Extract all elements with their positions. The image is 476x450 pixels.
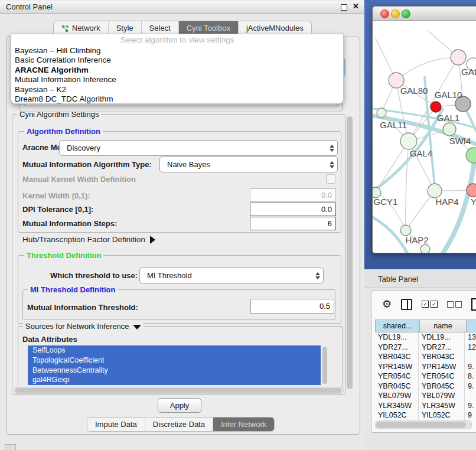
network-node-gal11[interactable] bbox=[377, 108, 386, 118]
corner-widget[interactable] bbox=[5, 444, 16, 450]
table-cell: YDR27... bbox=[375, 343, 419, 353]
node-label: Y bbox=[471, 197, 476, 207]
algorithm-option[interactable]: Bayesian – Hill Climbing bbox=[11, 46, 343, 56]
algorithm-dropdown-popup: Select algorithm to view settings Bayesi… bbox=[11, 34, 344, 104]
zoom-traffic-light-icon[interactable] bbox=[402, 9, 410, 18]
node-label: GAL1 bbox=[437, 113, 459, 123]
table-horizontal-scrollbar[interactable] bbox=[375, 420, 472, 429]
apply-button[interactable]: Apply bbox=[158, 398, 201, 413]
data-attributes-label: Data Attributes bbox=[22, 335, 77, 344]
which-threshold-select[interactable]: MI Threshold bbox=[139, 268, 324, 283]
node-label: GAL bbox=[461, 67, 476, 77]
table-row[interactable]: YBR045CYBR045C9. bbox=[375, 381, 476, 392]
sources-toggle[interactable]: Sources for Network Inference bbox=[23, 322, 144, 331]
table-row[interactable]: YLR345WYLR345W9. bbox=[375, 401, 476, 411]
table-row[interactable]: YPR145WYPR145W9. bbox=[375, 362, 476, 372]
tab-cyni-toolbox[interactable]: Cyni Toolbox bbox=[179, 21, 239, 35]
close-traffic-light-icon[interactable] bbox=[380, 9, 389, 18]
float-window-icon[interactable] bbox=[341, 4, 347, 11]
aracne-mode-select[interactable]: Discovery bbox=[59, 140, 338, 156]
checked-columns-icon[interactable]: ✓✓ bbox=[422, 301, 438, 308]
network-node-gal10[interactable] bbox=[431, 102, 441, 112]
threshold-definition-title: Threshold Definition bbox=[24, 251, 103, 260]
column-header[interactable]: A bbox=[467, 319, 476, 332]
tab-discretize-data[interactable]: Discretize Data bbox=[145, 418, 213, 431]
table-cell: YLR345W bbox=[419, 401, 465, 411]
attributes-vertical-scrollbar[interactable] bbox=[322, 347, 327, 384]
network-node-hap2[interactable] bbox=[400, 225, 411, 236]
table-row[interactable]: YIL052CYIL052C9 bbox=[375, 410, 476, 420]
table-cell: YPR145W bbox=[419, 362, 465, 372]
which-threshold-value: MI Threshold bbox=[140, 271, 312, 280]
kernel-width-field[interactable]: 0.0 bbox=[250, 188, 336, 202]
table-cell: YER054C bbox=[419, 371, 465, 381]
split-pane-icon[interactable] bbox=[401, 299, 412, 310]
attribute-item[interactable]: BetweennessCentrality bbox=[28, 366, 321, 376]
attribute-item[interactable]: SelfLoops bbox=[28, 345, 321, 356]
network-node-hap4[interactable] bbox=[428, 184, 442, 198]
table-panel-region: Table Panel ⚙ ✓✓ shared...nameA YDL19...… bbox=[364, 269, 476, 450]
manual-kernel-checkbox[interactable] bbox=[326, 174, 335, 184]
settings-vertical-scrollbar[interactable] bbox=[347, 116, 353, 389]
gear-icon[interactable]: ⚙ bbox=[382, 299, 392, 309]
minimize-traffic-light-icon[interactable] bbox=[391, 9, 400, 18]
tab-style[interactable]: Style bbox=[109, 21, 142, 35]
attribute-item[interactable]: TopologicalCoefficient bbox=[28, 356, 321, 366]
hub-factor-toggle[interactable]: Hub/Transcription Factor Definition bbox=[22, 235, 155, 244]
tab-impute-data[interactable]: Impute Data bbox=[87, 418, 145, 431]
node-label: SWI4 bbox=[449, 136, 471, 146]
algorithm-option[interactable]: Dream8 DC_TDC Algorithm bbox=[11, 94, 343, 104]
dpi-tolerance-field[interactable]: 0.0 bbox=[250, 203, 336, 216]
algorithm-option[interactable]: Basic Correlation Inference bbox=[11, 56, 343, 65]
table-row[interactable]: YBR043CYBR043C bbox=[375, 352, 476, 362]
mi-threshold-field[interactable]: 0.5 bbox=[250, 299, 334, 314]
bottom-tab-bar: Impute DataDiscretize DataInfer Network bbox=[87, 417, 275, 432]
table-cell: 9. bbox=[465, 362, 476, 372]
kernel-width-value: 0.0 bbox=[321, 191, 335, 200]
stepper-icon bbox=[312, 272, 323, 279]
algorithm-option[interactable]: ARACNE Algorithm bbox=[11, 66, 343, 75]
network-node-gal1[interactable] bbox=[443, 123, 456, 136]
column-header[interactable]: name bbox=[420, 319, 467, 332]
tab-network[interactable]: Network bbox=[54, 21, 109, 35]
table-cell: YDR27... bbox=[419, 343, 465, 353]
table-body: YDL19...YDL19...13YDR27...YDR27...12YBR0… bbox=[375, 332, 476, 420]
attribute-item[interactable]: gal4RGexp bbox=[28, 375, 321, 385]
column-header[interactable]: shared... bbox=[375, 319, 420, 332]
table-cell: 9 bbox=[465, 410, 476, 420]
mi-threshold-value: 0.5 bbox=[319, 302, 334, 311]
stepper-icon bbox=[327, 161, 337, 168]
network-node-gal4[interactable] bbox=[400, 133, 417, 149]
mi-steps-field[interactable]: 6 bbox=[250, 217, 336, 230]
network-node-swi4[interactable] bbox=[466, 148, 476, 163]
tab-label: Select bbox=[149, 24, 171, 32]
unchecked-columns-icon[interactable] bbox=[447, 301, 462, 308]
document-icon[interactable] bbox=[471, 298, 476, 311]
tab-infer-network[interactable]: Infer Network bbox=[213, 418, 274, 431]
mi-algorithm-type-value: Naive Bayes bbox=[160, 160, 327, 169]
tab-jactivemnodules[interactable]: jActiveMNodules bbox=[239, 21, 311, 35]
table-cell: YIL052C bbox=[419, 410, 465, 420]
node-label: GAL11 bbox=[380, 120, 407, 130]
table-row[interactable]: YBL079WYBL079W bbox=[375, 391, 476, 401]
node-label: GAL10 bbox=[435, 90, 462, 100]
settings-horizontal-scrollbar[interactable] bbox=[14, 387, 344, 394]
table-row[interactable]: YDL19...YDL19...13 bbox=[375, 332, 476, 343]
tab-select[interactable]: Select bbox=[142, 21, 179, 35]
close-icon[interactable]: ✕ bbox=[353, 2, 359, 11]
node-label: HAP2 bbox=[405, 235, 428, 245]
table-row[interactable]: YER054CYER054C8. bbox=[375, 371, 476, 381]
mi-algorithm-type-select[interactable]: Naive Bayes bbox=[159, 156, 338, 172]
network-node-gal[interactable] bbox=[451, 50, 466, 65]
expanded-triangle-icon bbox=[133, 325, 141, 330]
network-node-y[interactable] bbox=[467, 184, 476, 197]
algorithm-option[interactable]: Mutual Information Inference bbox=[11, 75, 343, 84]
table-cell: 8. bbox=[465, 371, 476, 381]
network-window-titlebar[interactable] bbox=[373, 6, 476, 21]
app-root: Control Panel ✕ NetworkStyleSelectCyni T… bbox=[0, 0, 476, 450]
algorithm-option[interactable]: Bayesian – K2 bbox=[11, 85, 343, 94]
network-node[interactable] bbox=[420, 244, 430, 253]
network-icon bbox=[61, 24, 69, 32]
table-row[interactable]: YDR27...YDR27...12 bbox=[375, 343, 476, 353]
table-cell bbox=[465, 352, 476, 362]
